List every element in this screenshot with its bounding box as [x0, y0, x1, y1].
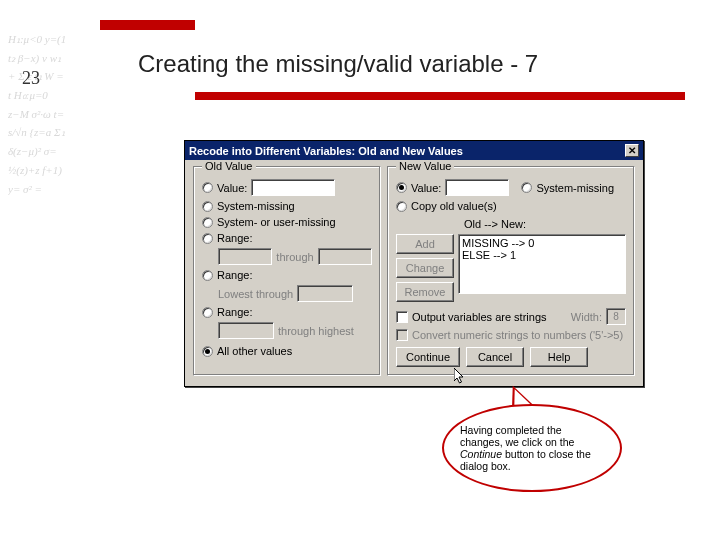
- math-background: H₁:μ<0 y=(1 t₂ β−x) v w₁ + Σ ε t₁ W = t …: [8, 30, 68, 490]
- old-range2-radio[interactable]: [202, 270, 213, 281]
- all-other-values-radio[interactable]: [202, 346, 213, 357]
- change-button[interactable]: Change: [396, 258, 454, 278]
- new-value-input[interactable]: [445, 179, 509, 196]
- copy-old-radio[interactable]: [396, 201, 407, 212]
- range1-from-input[interactable]: [218, 248, 272, 265]
- top-accent-bar: [100, 20, 195, 30]
- title-underline: [195, 92, 685, 100]
- old-range1-radio[interactable]: [202, 233, 213, 244]
- slide-number: 23: [22, 68, 40, 89]
- lowest-through-label: Lowest through: [218, 288, 293, 300]
- continue-button[interactable]: Continue: [396, 347, 460, 367]
- new-value-radio[interactable]: [396, 182, 407, 193]
- output-strings-label: Output variables are strings: [412, 311, 547, 323]
- all-other-values-label: All other values: [217, 345, 292, 357]
- convert-numeric-checkbox: [396, 329, 408, 341]
- list-item[interactable]: MISSING --> 0: [462, 237, 622, 249]
- old-value-group: Old Value Value: System-missing System- …: [193, 166, 381, 376]
- range1-through-label: through: [276, 251, 313, 263]
- callout-text-1: Having completed the changes, we click o…: [460, 424, 574, 448]
- callout-emph: Continue: [460, 448, 502, 460]
- list-item[interactable]: ELSE --> 1: [462, 249, 622, 261]
- old-value-radio[interactable]: [202, 182, 213, 193]
- output-strings-checkbox[interactable]: [396, 311, 408, 323]
- cancel-button[interactable]: Cancel: [466, 347, 524, 367]
- new-sysmis-radio[interactable]: [521, 182, 532, 193]
- through-highest-label: through highest: [278, 325, 354, 337]
- range1-to-input[interactable]: [318, 248, 372, 265]
- recode-dialog: Recode into Different Variables: Old and…: [184, 140, 644, 387]
- old-sysmis-label: System-missing: [217, 200, 295, 212]
- help-button[interactable]: Help: [530, 347, 588, 367]
- old-range3-label: Range:: [217, 306, 252, 318]
- range3-from-input[interactable]: [218, 322, 274, 339]
- old-sysuser-label: System- or user-missing: [217, 216, 336, 228]
- old-range1-label: Range:: [217, 232, 252, 244]
- dialog-titlebar[interactable]: Recode into Different Variables: Old and…: [185, 141, 643, 160]
- new-sysmis-label: System-missing: [536, 182, 614, 194]
- new-value-legend: New Value: [396, 160, 454, 172]
- old-range3-radio[interactable]: [202, 307, 213, 318]
- page-title: Creating the missing/valid variable - 7: [138, 50, 538, 78]
- width-input[interactable]: 8: [606, 308, 626, 325]
- copy-old-label: Copy old value(s): [411, 200, 497, 212]
- old-range2-label: Range:: [217, 269, 252, 281]
- close-button[interactable]: ✕: [625, 144, 639, 157]
- new-value-group: New Value Value: System-missing Copy old…: [387, 166, 635, 376]
- old-value-legend: Old Value: [202, 160, 256, 172]
- rules-listbox[interactable]: MISSING --> 0 ELSE --> 1: [458, 234, 626, 294]
- old-sysuser-radio[interactable]: [202, 217, 213, 228]
- width-label: Width:: [571, 311, 602, 323]
- old-sysmis-radio[interactable]: [202, 201, 213, 212]
- range2-to-input[interactable]: [297, 285, 353, 302]
- dialog-title: Recode into Different Variables: Old and…: [189, 145, 463, 157]
- old-value-label: Value:: [217, 182, 247, 194]
- old-value-input[interactable]: [251, 179, 335, 196]
- add-button[interactable]: Add: [396, 234, 454, 254]
- old-new-label: Old --> New:: [464, 218, 624, 230]
- convert-numeric-label: Convert numeric strings to numbers ('5'-…: [412, 329, 623, 341]
- instruction-callout: Having completed the changes, we click o…: [442, 404, 622, 492]
- remove-button[interactable]: Remove: [396, 282, 454, 302]
- new-value-label: Value:: [411, 182, 441, 194]
